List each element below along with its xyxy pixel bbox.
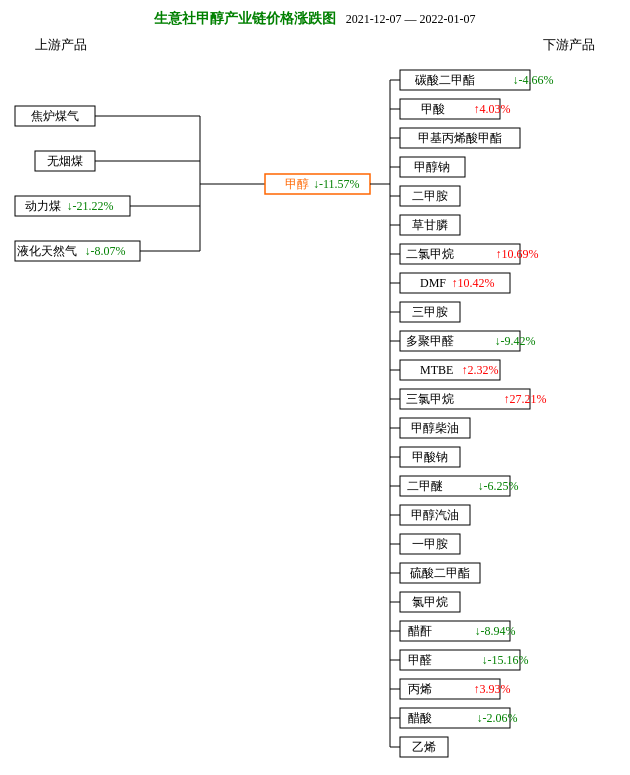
upstream-label: 上游产品 — [35, 36, 87, 54]
svg-text:丙烯: 丙烯 — [408, 682, 432, 696]
title-area: 生意社甲醇产业链价格涨跌图 2021-12-07 — 2022-01-07 — [5, 10, 625, 28]
svg-text:乙烯: 乙烯 — [412, 740, 436, 754]
svg-text:↓-4.66%: ↓-4.66% — [513, 73, 554, 87]
svg-text:↑2.32%: ↑2.32% — [462, 363, 499, 377]
main-container: 生意社甲醇产业链价格涨跌图 2021-12-07 — 2022-01-07 上游… — [0, 0, 630, 775]
svg-text:醋酐: 醋酐 — [408, 624, 432, 638]
svg-text:三氯甲烷: 三氯甲烷 — [406, 392, 454, 406]
svg-text:草甘膦: 草甘膦 — [412, 218, 448, 232]
svg-text:甲酸钠: 甲酸钠 — [412, 450, 448, 464]
svg-text:甲醛: 甲醛 — [408, 653, 432, 667]
svg-text:↓-9.42%: ↓-9.42% — [495, 334, 536, 348]
svg-text:氯甲烷: 氯甲烷 — [412, 595, 448, 609]
svg-text:↑3.93%: ↑3.93% — [474, 682, 511, 696]
date-range: 2021-12-07 — 2022-01-07 — [346, 12, 476, 26]
svg-text:DMF: DMF — [420, 276, 446, 290]
chart-title: 生意社甲醇产业链价格涨跌图 — [154, 11, 336, 26]
svg-text:动力煤: 动力煤 — [25, 199, 61, 213]
svg-text:三甲胺: 三甲胺 — [412, 305, 448, 319]
svg-text:甲醇: 甲醇 — [285, 177, 309, 191]
svg-text:一甲胺: 一甲胺 — [412, 537, 448, 551]
svg-text:甲酸: 甲酸 — [421, 102, 445, 116]
downstream-label: 下游产品 — [543, 36, 595, 54]
svg-text:↓-8.94%: ↓-8.94% — [475, 624, 516, 638]
svg-text:↓-8.07%: ↓-8.07% — [85, 244, 126, 258]
svg-text:↑10.42%: ↑10.42% — [452, 276, 495, 290]
svg-text:甲醇汽油: 甲醇汽油 — [411, 508, 459, 522]
svg-text:甲基丙烯酸甲酯: 甲基丙烯酸甲酯 — [418, 131, 502, 145]
svg-text:碳酸二甲酯: 碳酸二甲酯 — [414, 73, 475, 87]
svg-text:甲醇柴油: 甲醇柴油 — [411, 421, 459, 435]
svg-text:↓-11.57%: ↓-11.57% — [313, 177, 360, 191]
svg-text:甲醇钠: 甲醇钠 — [414, 160, 450, 174]
svg-text:↓-2.06%: ↓-2.06% — [477, 711, 518, 725]
svg-text:↑27.21%: ↑27.21% — [504, 392, 547, 406]
svg-text:焦炉煤气: 焦炉煤气 — [31, 109, 79, 123]
svg-text:多聚甲醛: 多聚甲醛 — [406, 334, 454, 348]
svg-text:↑10.69%: ↑10.69% — [496, 247, 539, 261]
svg-text:二氯甲烷: 二氯甲烷 — [406, 247, 454, 261]
svg-text:二甲胺: 二甲胺 — [412, 189, 448, 203]
chart-svg: 焦炉煤气 无烟煤 动力煤 ↓-21.22% 液化天然气 ↓-8.07% — [5, 56, 625, 775]
svg-text:↓-6.25%: ↓-6.25% — [478, 479, 519, 493]
svg-text:↓-15.16%: ↓-15.16% — [482, 653, 529, 667]
svg-text:二甲醚: 二甲醚 — [407, 479, 443, 493]
svg-text:无烟煤: 无烟煤 — [47, 154, 83, 168]
svg-text:硫酸二甲酯: 硫酸二甲酯 — [410, 566, 470, 580]
svg-text:MTBE: MTBE — [420, 363, 453, 377]
svg-text:醋酸: 醋酸 — [408, 711, 432, 725]
svg-text:液化天然气: 液化天然气 — [17, 244, 77, 258]
svg-text:↑4.03%: ↑4.03% — [474, 102, 511, 116]
svg-text:↓-21.22%: ↓-21.22% — [67, 199, 114, 213]
